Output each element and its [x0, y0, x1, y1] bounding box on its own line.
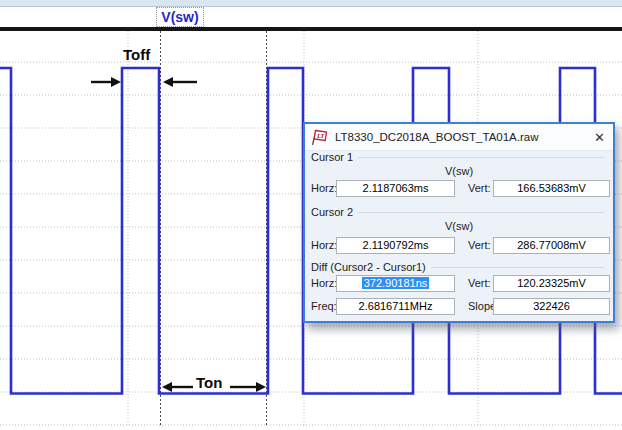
- diff-group-header: Diff (Cursor2 - Cursor1): [311, 261, 604, 273]
- cursor1-row: Horz: 2.1187063ms Vert: 166.53683mV: [305, 180, 613, 197]
- selected-value: 372.90181ns: [362, 277, 430, 289]
- window-top-strip: [0, 0, 622, 7]
- cursor1-heading: Cursor 1: [311, 151, 353, 163]
- cursor2-heading: Cursor 2: [311, 206, 353, 218]
- freq-field[interactable]: 2.6816711MHz: [336, 298, 455, 315]
- cursor2-group-header: Cursor 2: [311, 206, 604, 218]
- cursor2-horz-field[interactable]: 2.1190792ms: [336, 237, 455, 254]
- plot-top-border: [0, 27, 622, 31]
- diff-horz-field[interactable]: 372.90181ns: [336, 275, 455, 292]
- cursor2-vert-field[interactable]: 286.77008mV: [493, 237, 610, 254]
- cursor1-group-header: Cursor 1: [311, 151, 604, 163]
- ton-annotation: Ton: [196, 374, 222, 391]
- cursor2-vert-label: Vert:: [468, 239, 491, 251]
- dialog-title-bar[interactable]: LT LT8330_DC2018A_BOOST_TA01A.raw ✕: [305, 124, 613, 151]
- dialog-title: LT8330_DC2018A_BOOST_TA01A.raw: [335, 131, 539, 143]
- cursor-dialog: LT LT8330_DC2018A_BOOST_TA01A.raw ✕ Curs…: [303, 122, 615, 323]
- diff-row: Horz: 372.90181ns Vert: 120.23325mV: [305, 275, 613, 292]
- svg-text:LT: LT: [316, 132, 325, 138]
- toff-arrow-0-head: [111, 77, 121, 87]
- close-button[interactable]: ✕: [594, 131, 605, 144]
- cursor1-trace-name: V(sw): [305, 165, 613, 177]
- cursor1-vert-label: Vert:: [468, 182, 491, 194]
- cursor1-horz-label: Horz:: [311, 182, 337, 194]
- groupbox-line: [358, 157, 604, 158]
- trace-label-text: V(sw): [161, 9, 198, 25]
- toff-annotation: Toff: [123, 46, 150, 63]
- ton-arrow-1-head: [256, 382, 266, 392]
- toff-arrow-1-head: [163, 77, 173, 87]
- cursor1-vert-field[interactable]: 166.53683mV: [493, 180, 610, 197]
- ton-arrow-0-head: [162, 382, 172, 392]
- freq-slope-row: Freq: 2.6816711MHz Slope: 322426: [305, 298, 613, 315]
- cursor1-horz-field[interactable]: 2.1187063ms: [336, 180, 455, 197]
- cursor2-horz-label: Horz:: [311, 239, 337, 251]
- diff-vert-label: Vert:: [468, 277, 491, 289]
- ltspice-flag-icon: LT: [310, 129, 328, 146]
- freq-label: Freq:: [311, 300, 337, 312]
- ltspice-waveform-window: V(sw) Toff Ton LT LT8330_DC2018A_BOOST_T…: [0, 0, 622, 430]
- cursor2-row: Horz: 2.1190792ms Vert: 286.77008mV: [305, 237, 613, 254]
- trace-label[interactable]: V(sw): [156, 7, 204, 27]
- diff-vert-field[interactable]: 120.23325mV: [493, 275, 610, 292]
- groupbox-line: [358, 212, 604, 213]
- cursor2-trace-name: V(sw): [305, 220, 613, 232]
- diff-horz-label: Horz:: [311, 277, 337, 289]
- groupbox-line: [431, 267, 604, 268]
- diff-heading: Diff (Cursor2 - Cursor1): [311, 261, 426, 273]
- slope-field[interactable]: 322426: [493, 298, 610, 315]
